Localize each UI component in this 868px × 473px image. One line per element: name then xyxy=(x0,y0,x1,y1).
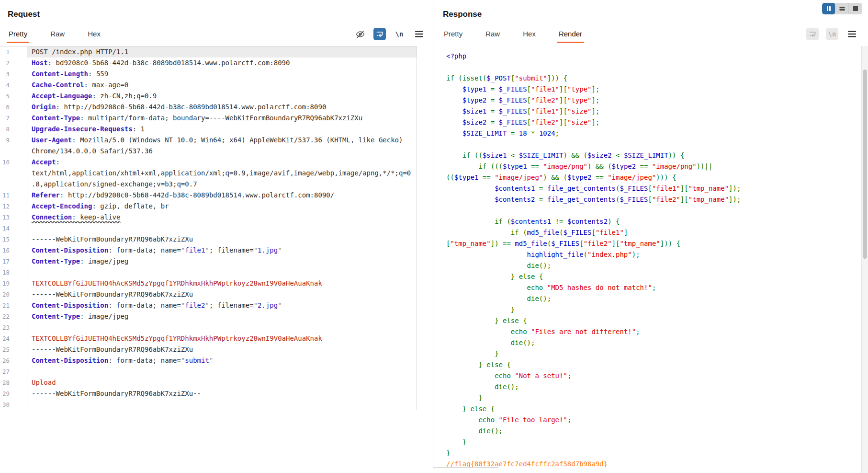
request-line[interactable]: 26Content-Disposition: form-data; name="… xyxy=(0,355,417,366)
response-line: } xyxy=(446,304,861,315)
hide-matched-button[interactable] xyxy=(354,28,366,40)
layout-single-button[interactable] xyxy=(849,3,862,14)
tab-hex[interactable]: Hex xyxy=(522,27,537,43)
request-editor[interactable]: 1POST /index.php HTTP/1.12Host: bd9208c0… xyxy=(0,46,417,410)
response-line: } xyxy=(446,392,861,404)
request-line[interactable]: 18 xyxy=(0,267,417,278)
response-editor[interactable]: <?phpif (isset($_POST["submit"])) { $typ… xyxy=(434,46,861,473)
request-line[interactable]: 20------WebKitFormBoundaryR7RQ96abK7xziZ… xyxy=(0,289,417,300)
request-line[interactable]: 2Host: bd9208c0-5b68-442d-b38c-8089bd018… xyxy=(0,58,417,69)
response-line: die(); xyxy=(446,381,861,392)
request-line[interactable]: 25------WebKitFormBoundaryR7RQ96abK7xziZ… xyxy=(0,344,417,355)
line-text: ------WebKitFormBoundaryR7RQ96abK7xziZXu xyxy=(27,234,417,245)
tab-pretty[interactable]: Pretty xyxy=(443,27,463,43)
request-line[interactable]: 5Accept-Language: zh-CN,zh;q=0.9 xyxy=(0,91,417,102)
request-line[interactable]: 9User-Agent: Mozilla/5.0 (Windows NT 10.… xyxy=(0,135,417,146)
response-line: echo "Not a setu!"; xyxy=(446,370,861,381)
line-text: Host: bd9208c0-5b68-442d-b38c-8089bd0185… xyxy=(27,58,417,69)
line-text: Upgrade-Insecure-Requests: 1 xyxy=(27,124,417,135)
response-bottom-border xyxy=(433,467,498,468)
line-text xyxy=(27,223,417,234)
request-line[interactable]: 7Content-Type: multipart/form-data; boun… xyxy=(0,113,417,124)
response-line: } xyxy=(446,437,861,448)
soft-wrap-button[interactable] xyxy=(806,28,819,40)
line-number: 1 xyxy=(0,46,27,58)
request-line[interactable]: Chrome/134.0.0.0 Safari/537.36 xyxy=(0,146,417,157)
request-line[interactable]: 11Referer: http://bd9208c0-5b68-442d-b38… xyxy=(0,190,417,201)
request-line[interactable]: .8,application/signed-exchange;v=b3;q=0.… xyxy=(0,179,417,190)
wrap-icon xyxy=(376,30,383,38)
request-line[interactable]: 4Cache-Control: max-age=0 xyxy=(0,80,417,91)
newline-glyph-icon: \n xyxy=(395,30,404,38)
layout-switcher xyxy=(822,3,862,14)
request-line[interactable]: 1POST /index.php HTTP/1.1 xyxy=(0,46,417,58)
line-number: 27 xyxy=(0,366,27,377)
request-line[interactable]: 6Origin: http://bd9208c0-5b68-442d-b38c-… xyxy=(0,102,417,113)
request-panel: Request PrettyRawHex \n 1POST /index.php… xyxy=(0,0,433,473)
request-line[interactable]: 27 xyxy=(0,366,417,377)
tab-raw[interactable]: Raw xyxy=(485,27,501,43)
response-scrollbar[interactable] xyxy=(861,46,868,473)
soft-wrap-button[interactable] xyxy=(373,28,386,40)
line-number: 16 xyxy=(0,245,27,256)
scrollbar-thumb[interactable] xyxy=(863,69,867,259)
request-line[interactable]: 17Content-Type: image/jpeg xyxy=(0,256,417,267)
line-number: 17 xyxy=(0,256,27,267)
response-line: } else { xyxy=(446,271,861,282)
editor-menu-button[interactable] xyxy=(845,28,858,40)
line-text xyxy=(27,399,417,410)
request-line[interactable]: 3Content-Length: 559 xyxy=(0,69,417,80)
show-newlines-button[interactable]: \n xyxy=(393,28,406,40)
request-line[interactable]: 23 xyxy=(0,322,417,333)
request-line[interactable]: 14 xyxy=(0,223,417,234)
response-line: $type2 = $_FILES["file2"]["type"]; xyxy=(446,95,861,106)
request-line[interactable]: 30 xyxy=(0,399,417,410)
request-line[interactable]: 8Upgrade-Insecure-Requests: 1 xyxy=(0,124,417,135)
response-line xyxy=(446,139,861,150)
line-number xyxy=(0,146,27,157)
square-icon xyxy=(853,6,858,12)
request-line[interactable]: 24TEXTCOLLBYfGiJUETHQ4hEcKSMd5zYpgqf1YRD… xyxy=(0,333,417,344)
request-line[interactable]: 29------WebKitFormBoundaryR7RQ96abK7xziZ… xyxy=(0,388,417,399)
tab-pretty[interactable]: Pretty xyxy=(8,27,28,43)
layout-side-by-side-button[interactable] xyxy=(822,3,835,14)
line-number: 20 xyxy=(0,289,27,300)
response-line: $size1 = $_FILES["file1"]["size"]; xyxy=(446,106,861,117)
line-text: User-Agent: Mozilla/5.0 (Windows NT 10.0… xyxy=(27,135,417,146)
line-number: 14 xyxy=(0,223,27,234)
request-line[interactable]: 22Content-Type: image/jpeg xyxy=(0,311,417,322)
request-line[interactable]: 21Content-Disposition: form-data; name="… xyxy=(0,300,417,311)
tab-hex[interactable]: Hex xyxy=(87,27,101,43)
response-line: ["tmp_name"]) == md5_file($_FILES["file2… xyxy=(446,238,861,249)
request-line[interactable]: 28Upload xyxy=(0,377,417,388)
response-line: die(); xyxy=(446,337,861,348)
line-text: Content-Disposition: form-data; name="fi… xyxy=(27,300,417,311)
tab-render[interactable]: Render xyxy=(558,27,583,43)
request-line[interactable]: 10Accept: xyxy=(0,157,417,168)
line-text: Referer: http://bd9208c0-5b68-442d-b38c-… xyxy=(27,190,417,201)
response-line: echo "MD5 hashes do not match!"; xyxy=(446,282,861,293)
request-line[interactable]: text/html,application/xhtml+xml,applicat… xyxy=(0,168,417,179)
request-line[interactable]: 15------WebKitFormBoundaryR7RQ96abK7xziZ… xyxy=(0,234,417,245)
response-toolbar: \n xyxy=(806,28,858,40)
line-text: TEXTCOLLBYfGiJUETHQ4hAcKSMd5zYpgqf1YRDhk… xyxy=(27,278,417,289)
request-line[interactable]: 12Accept-Encoding: gzip, deflate, br xyxy=(0,201,417,212)
line-text xyxy=(27,267,417,278)
editor-menu-button[interactable] xyxy=(413,28,425,40)
hamburger-icon xyxy=(415,31,423,37)
request-line[interactable]: 19TEXTCOLLBYfGiJUETHQ4hAcKSMd5zYpgqf1YRD… xyxy=(0,278,417,289)
line-text: text/html,application/xhtml+xml,applicat… xyxy=(27,168,417,179)
request-line[interactable]: 13Connection: keep-alive xyxy=(0,212,417,223)
tab-raw[interactable]: Raw xyxy=(49,27,66,43)
hamburger-icon xyxy=(848,31,856,37)
show-newlines-button[interactable]: \n xyxy=(826,28,838,40)
response-line: } else { xyxy=(446,315,861,326)
request-line[interactable]: 16Content-Disposition: form-data; name="… xyxy=(0,245,417,256)
line-number: 2 xyxy=(0,58,27,69)
line-number xyxy=(0,168,27,179)
line-text xyxy=(27,366,417,377)
layout-stacked-button[interactable] xyxy=(835,3,849,14)
response-line: highlight_file("index.php"); xyxy=(446,249,861,260)
response-line: } xyxy=(446,348,861,359)
line-number: 5 xyxy=(0,91,27,102)
